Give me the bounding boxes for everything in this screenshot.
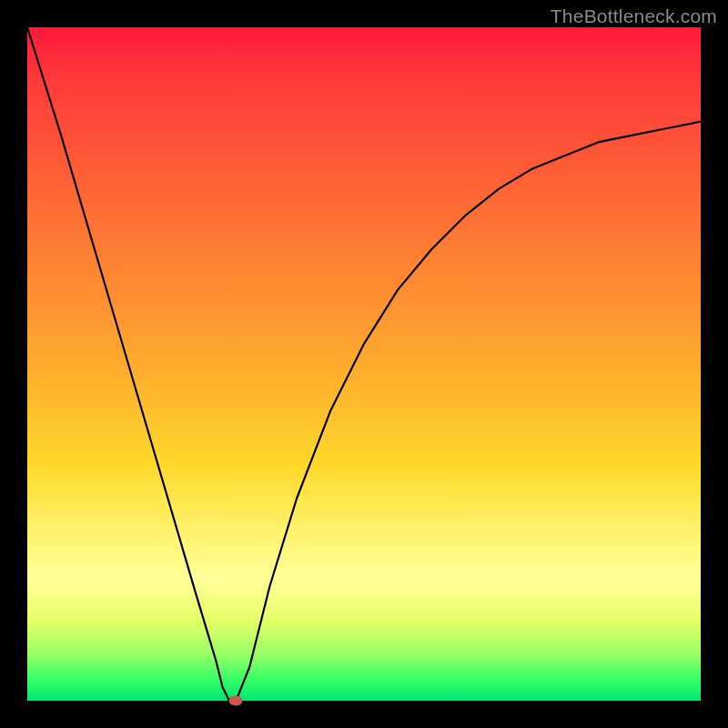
curve-path	[27, 27, 701, 701]
plot-area	[27, 27, 701, 701]
curve-svg	[27, 27, 701, 701]
watermark-text: TheBottleneck.com	[551, 5, 717, 27]
chart-frame: TheBottleneck.com	[0, 0, 728, 728]
minimum-marker	[229, 696, 243, 706]
